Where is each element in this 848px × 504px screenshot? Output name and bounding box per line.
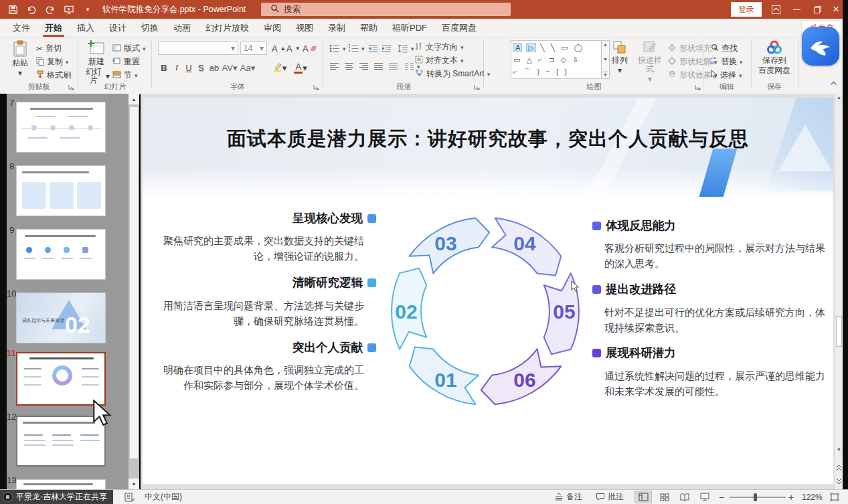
right-item-1-desc[interactable]: 客观分析研究过程中的局限性，展示对方法与结果的深入思考。 [604,240,825,271]
distribute-button[interactable] [388,60,398,73]
shape-effects-button[interactable]: 形状效果▾ [668,69,717,82]
text-direction-button[interactable]: 文字方向▾ [415,41,464,54]
font-size-select[interactable]: 14▾ [240,41,267,55]
zoom-slider-thumb[interactable] [754,493,757,501]
left-item-1-desc[interactable]: 聚焦研究的主要成果，突出数据支持的关键结论，增强论证的说服力。 [163,233,364,264]
right-item-1-heading[interactable]: 体现反思能力 [592,218,676,234]
textbox-shape-icon[interactable]: A [513,43,522,52]
right-item-2-heading[interactable]: 提出改进路径 [592,281,676,297]
panel-scrollbar[interactable]: ▲ ▼ [129,94,139,489]
redo-icon[interactable] [44,3,56,15]
shape-icons-row[interactable]: ⌐ ⌒ ) ~ { } [513,66,599,78]
right-item-3-heading[interactable]: 展现科研潜力 [592,345,676,361]
align-left-button[interactable] [329,60,339,73]
left-item-3-heading[interactable]: 突出个人贡献 [292,339,376,355]
search-input[interactable]: 搜索 [261,3,511,16]
replace-button[interactable]: ab替换▾ [709,56,743,68]
scroll-down-button[interactable]: ▼ [835,447,843,452]
panel-scroll-down[interactable]: ▼ [129,479,139,489]
thumbnail-slide-7[interactable] [16,102,106,153]
shape-icons-row[interactable]: ▭ △ ⌐ ⊐ ◇ ⇩ [513,54,599,66]
convert-smartart-button[interactable]: 转换为 SmartArt▾ [415,68,490,80]
action-shape-icon[interactable]: ▷ [526,43,535,52]
slideshow-view-button[interactable] [696,491,713,503]
font-color-button[interactable]: A▾ [292,60,309,75]
vertical-scrollbar[interactable]: ▲ ▼ [835,94,843,489]
tab-record[interactable]: 录制 [321,19,353,37]
shape-gallery[interactable]: A ▷ ╲ ╲ ▭ ◯ ▭ △ ⌐ ⊐ ◇ ⇩ ⌐ ⌒ ) ~ { } [511,40,602,79]
start-slideshow-icon[interactable] [63,3,75,15]
zoom-in-button[interactable]: + [788,490,794,504]
paragraph-dialog-launcher[interactable] [474,83,481,90]
notes-button[interactable]: 备注 [554,490,582,504]
clear-formatting-button[interactable]: A [303,42,316,55]
underline-button[interactable]: U [183,60,194,75]
left-item-1-heading[interactable]: 呈现核心发现 [292,210,376,226]
tab-help[interactable]: 帮助 [353,19,385,37]
section-button[interactable]: 节▾ [112,69,138,82]
cycle-diagram[interactable]: 010203040506 [378,204,592,418]
collapse-ribbon-button[interactable] [830,80,837,88]
tab-view[interactable]: 视图 [288,19,321,37]
left-item-2-desc[interactable]: 用简洁语言呈现问题背景、方法选择与关键步骤，确保研究脉络连贯易懂。 [163,298,364,329]
tab-insert[interactable]: 插入 [70,19,102,37]
right-item-3-desc[interactable]: 通过系统性解决问题的过程，展示严谨的思维能力和未来学术发展的可能性。 [604,368,825,399]
tab-home[interactable]: 开始 [37,19,70,37]
line-spacing-button[interactable]: ▾ [398,42,414,55]
character-spacing-button[interactable]: AV▾ [222,60,237,75]
strikethrough-button[interactable]: ab [207,60,221,75]
find-button[interactable]: 查找 [711,42,738,55]
tab-animations[interactable]: 动画 [166,19,198,37]
thumbnail-slide-12[interactable] [16,416,106,467]
reset-button[interactable]: 重置 [112,56,140,68]
increase-font-button[interactable]: A▲ [272,42,286,55]
zoom-out-button[interactable]: − [719,490,724,504]
shape-icons-row[interactable]: ╲ ╲ ▭ ◯ [540,44,584,52]
font-dialog-launcher[interactable] [313,83,320,90]
left-item-2-heading[interactable]: 清晰研究逻辑 [292,274,376,290]
drawing-dialog-launcher[interactable] [695,83,701,90]
decrease-font-button[interactable]: A▼ [286,42,301,55]
tab-baidu-netdisk[interactable]: 百度网盘 [434,19,484,37]
tab-file[interactable]: 文件 [5,19,37,37]
select-button[interactable]: 选择▾ [711,69,742,82]
align-center-button[interactable] [344,60,354,73]
ribbon-display-options-button[interactable] [766,0,786,19]
align-right-button[interactable] [359,60,369,73]
reading-view-button[interactable] [676,491,693,503]
tab-design[interactable]: 设计 [102,19,134,37]
restore-button[interactable] [807,0,827,19]
scroll-thumb[interactable] [836,316,842,347]
panel-scroll-up[interactable]: ▲ [129,94,139,104]
previous-slide-button[interactable] [835,462,843,474]
save-icon[interactable] [7,3,19,15]
decrease-indent-button[interactable] [368,42,378,55]
thumbnail-slide-13[interactable] [16,479,106,489]
italic-button[interactable]: I [171,60,182,75]
slide-sorter-view-button[interactable] [656,491,673,503]
shape-fill-button[interactable]: 形状填充▾ [668,42,717,55]
text-highlight-button[interactable]: ▾ [272,60,288,75]
tab-review[interactable]: 审阅 [256,19,288,37]
tab-slideshow[interactable]: 幻灯片放映 [198,19,256,37]
numbering-button[interactable]: ▾ [348,42,365,55]
thumbnail-slide-9[interactable] [16,229,106,280]
right-item-2-desc[interactable]: 针对不足提出可行的优化方案或后续研究方向，体现持续探索意识。 [604,305,825,335]
text-shadow-button[interactable]: S [195,60,206,75]
undo-icon[interactable] [25,3,37,15]
increase-indent-button[interactable] [381,42,392,55]
zoom-level[interactable]: 122% [802,490,823,504]
align-text-button[interactable]: 对齐文本▾ [415,54,464,67]
zoom-slider-track[interactable] [730,497,786,498]
bold-button[interactable]: B [158,60,170,75]
scroll-up-button[interactable]: ▲ [835,95,843,100]
comments-button[interactable]: 批注 [596,490,624,504]
left-item-3-desc[interactable]: 明确在项目中的具体角色，强调独立完成的工作和实际参与部分，展现个体学术价值。 [163,362,364,393]
thumbnail-slide-8[interactable] [16,165,106,216]
language-status[interactable]: 中文(中国) [145,490,182,504]
font-name-select[interactable]: ▾ [158,41,238,55]
next-slide-button[interactable] [835,475,843,487]
save-to-netdisk-button[interactable]: 保存到 百度网盘 [755,40,794,75]
tab-foxit-pdf[interactable]: 福昕PDF [385,19,434,37]
clipboard-dialog-launcher[interactable] [68,83,75,90]
